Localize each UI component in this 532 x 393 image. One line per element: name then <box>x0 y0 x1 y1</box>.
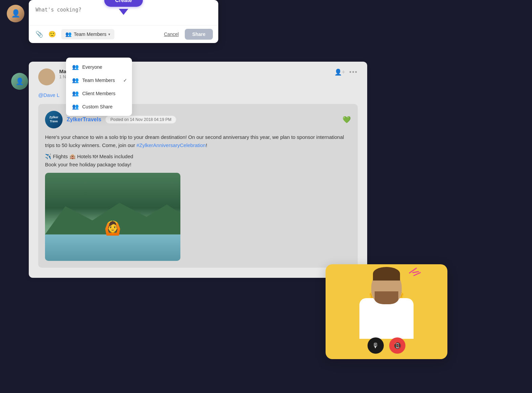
video-hair <box>373 267 400 281</box>
check-icon: ✓ <box>123 78 127 83</box>
video-shirt <box>359 298 414 339</box>
figure-decoration: 🙆 <box>104 220 121 236</box>
everyone-icon: 👥 <box>72 64 79 70</box>
post-author-avatar: 👤 <box>11 73 28 90</box>
dropdown-item-custom-share[interactable]: 👥 Custom Share <box>66 100 132 113</box>
brand-avatar: ZylkerTrave <box>45 111 63 128</box>
compose-toolbar: 📎 🙂 👥 Team Members ▾ Cancel Share <box>29 25 218 43</box>
brand-name: ZylkerTravels <box>67 117 101 123</box>
brand-info: ZylkerTravels <box>67 117 101 123</box>
dropdown-item-team-members[interactable]: 👥 Team Members ✓ <box>66 74 132 87</box>
user-avatar-top: 👤 <box>7 5 24 22</box>
share-icon-badge: 💚 <box>342 116 351 124</box>
team-members-dropdown-button[interactable]: 👥 Team Members ▾ <box>61 29 114 39</box>
post-body: Here's your chance to win a solo trip to… <box>45 133 351 149</box>
create-button[interactable]: Create <box>104 0 143 7</box>
water-decoration <box>45 234 180 261</box>
create-arrow <box>119 9 128 15</box>
video-beard <box>375 291 398 304</box>
client-members-icon: 👥 <box>72 90 79 97</box>
share-dropdown-menu: 👥 Everyone 👥 Team Members ✓ 👥 Client Mem… <box>66 58 132 116</box>
mute-button[interactable]: 🎙 <box>368 337 384 354</box>
post-image: 🙆 <box>45 173 180 261</box>
client-members-label: Client Members <box>82 91 115 96</box>
post-hashtag: #ZylkerAnniversaryCelebration <box>136 142 206 148</box>
post-bullets: ✈️ Flights 🏨 Hotels 🍽 Meals included <box>45 153 351 160</box>
emoji-button[interactable]: 🙂 <box>47 29 57 39</box>
team-members-label: Team Members <box>74 32 106 37</box>
more-options-icon[interactable]: ••• <box>349 69 358 76</box>
chevron-down-icon: ▾ <box>108 32 110 37</box>
team-members-item-label: Team Members <box>82 78 115 83</box>
attachment-button[interactable]: 📎 <box>34 29 44 39</box>
video-person: 🤚 🤚 🎙 📵 <box>326 264 447 359</box>
team-members-icon: 👥 <box>65 31 72 37</box>
microphone-icon: 🎙 <box>372 342 379 350</box>
share-button[interactable]: Share <box>185 29 213 40</box>
add-member-icon[interactable]: 👤+ <box>334 68 346 76</box>
team-members-item-icon: 👥 <box>72 77 79 83</box>
custom-share-icon: 👥 <box>72 103 79 110</box>
posted-badge: Posted on 14 Nov 2018 04:19 PM <box>105 116 176 124</box>
video-controls: 🎙 📵 <box>368 337 405 354</box>
cancel-button[interactable]: Cancel <box>160 29 182 39</box>
compose-card: Create 📎 🙂 👥 Team Members ▾ Cancel Share <box>29 0 218 43</box>
end-call-button[interactable]: 📵 <box>389 337 405 354</box>
everyone-label: Everyone <box>82 64 102 70</box>
video-head <box>371 270 402 304</box>
emoji-icon: 🙂 <box>48 30 56 38</box>
video-call-widget: 🤚 🤚 🎙 📵 <box>326 264 447 359</box>
post-body-suffix: ! <box>206 142 207 148</box>
mention-text: @Dave L <box>38 92 60 98</box>
post-cta: Book your free holiday package today! <box>45 162 351 167</box>
end-call-icon: 📵 <box>393 342 402 350</box>
post-actions: 👤+ ••• <box>334 68 358 76</box>
post-avatar-placeholder <box>38 68 55 85</box>
shared-post-container: ZylkerTrave ZylkerTravels Posted on 14 N… <box>38 104 358 268</box>
attachment-icon: 📎 <box>36 30 43 38</box>
dropdown-item-client-members[interactable]: 👥 Client Members <box>66 87 132 100</box>
custom-share-label: Custom Share <box>82 104 112 109</box>
dropdown-item-everyone[interactable]: 👥 Everyone <box>66 60 132 74</box>
